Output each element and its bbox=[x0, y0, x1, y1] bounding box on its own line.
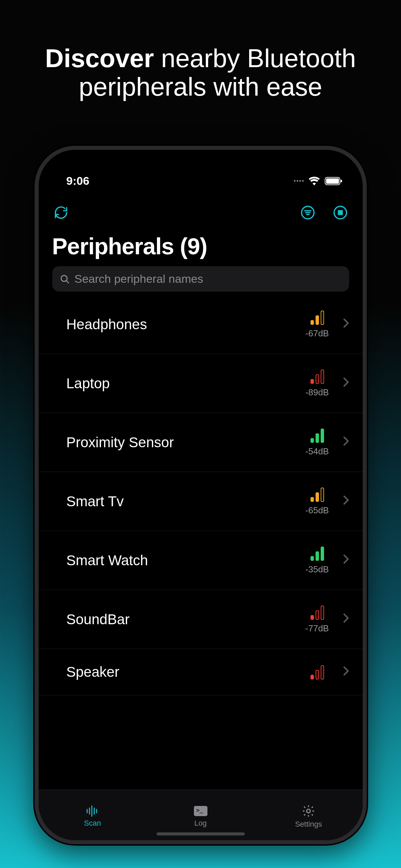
chevron-right-icon bbox=[341, 554, 349, 566]
signal-indicator: -65dB bbox=[300, 487, 334, 516]
home-indicator[interactable] bbox=[157, 832, 245, 835]
peripheral-row[interactable]: Headphones -67dB bbox=[39, 295, 363, 354]
terminal-icon: >_ bbox=[193, 805, 208, 817]
promo-bold: Discover bbox=[45, 44, 154, 73]
screen: 9:06 Peripherals (9) bbox=[39, 150, 363, 840]
peripheral-name: Speaker bbox=[66, 664, 294, 680]
signal-indicator bbox=[300, 665, 334, 679]
peripheral-name: Smart Watch bbox=[66, 552, 294, 569]
scan-icon bbox=[86, 805, 99, 817]
peripheral-name: SoundBar bbox=[66, 611, 294, 628]
phone-frame: 9:06 Peripherals (9) bbox=[35, 146, 367, 844]
status-right bbox=[294, 177, 342, 185]
chevron-right-icon bbox=[341, 495, 349, 507]
chevron-right-icon bbox=[341, 666, 349, 678]
search-input[interactable] bbox=[75, 272, 342, 285]
tab-log-label: Log bbox=[194, 819, 207, 828]
rssi-value: -67dB bbox=[305, 328, 329, 339]
filter-button[interactable] bbox=[299, 204, 317, 221]
peripheral-name: Smart Tv bbox=[66, 493, 294, 510]
status-time: 9:06 bbox=[66, 174, 89, 188]
peripheral-row[interactable]: Smart Tv -65dB bbox=[39, 472, 363, 531]
signal-indicator: -89dB bbox=[300, 369, 334, 398]
svg-rect-1 bbox=[326, 178, 339, 184]
tab-bar: Scan >_ Log Settings bbox=[39, 789, 363, 840]
peripheral-name: Proximity Sensor bbox=[66, 434, 294, 451]
rssi-value: -54dB bbox=[305, 446, 329, 457]
signal-indicator: -35dB bbox=[300, 546, 334, 575]
peripheral-row[interactable]: SoundBar -77dB bbox=[39, 590, 363, 649]
svg-point-18 bbox=[307, 809, 310, 813]
peripheral-name: Laptop bbox=[66, 375, 294, 392]
chevron-right-icon bbox=[341, 613, 349, 625]
rssi-value: -35dB bbox=[305, 564, 329, 575]
signal-indicator: -77dB bbox=[300, 605, 334, 634]
chevron-right-icon bbox=[341, 436, 349, 448]
svg-line-10 bbox=[66, 281, 68, 283]
status-bar: 9:06 bbox=[39, 150, 363, 188]
svg-rect-8 bbox=[338, 211, 342, 215]
title-text: Peripherals bbox=[52, 233, 174, 259]
svg-text:>_: >_ bbox=[196, 807, 203, 813]
tab-settings-label: Settings bbox=[295, 820, 322, 829]
signal-indicator: -54dB bbox=[300, 428, 334, 457]
refresh-button[interactable] bbox=[52, 204, 70, 221]
tab-scan-label: Scan bbox=[84, 819, 101, 828]
refresh-icon bbox=[54, 205, 68, 220]
chevron-right-icon bbox=[341, 318, 349, 330]
tab-settings[interactable]: Settings bbox=[255, 790, 363, 840]
promo-headline: Discover nearby Bluetooth peripherals wi… bbox=[0, 0, 401, 101]
rssi-value: -65dB bbox=[305, 505, 329, 516]
peripheral-name: Headphones bbox=[66, 316, 294, 333]
nav-row bbox=[39, 188, 363, 225]
battery-icon bbox=[325, 177, 342, 185]
rssi-value: -77dB bbox=[305, 623, 329, 634]
chevron-right-icon bbox=[341, 377, 349, 389]
peripheral-list[interactable]: Headphones -67dB Laptop -89dB Proximity … bbox=[39, 295, 363, 840]
cellular-dots-icon bbox=[294, 180, 304, 182]
peripheral-row[interactable]: Proximity Sensor -54dB bbox=[39, 413, 363, 472]
search-icon bbox=[60, 274, 70, 284]
signal-indicator: -67dB bbox=[300, 310, 334, 339]
title-count: 9 bbox=[187, 233, 200, 259]
filter-icon bbox=[300, 205, 315, 220]
tab-scan[interactable]: Scan bbox=[39, 790, 147, 840]
stop-icon bbox=[333, 205, 348, 220]
search-field[interactable] bbox=[52, 266, 349, 292]
peripheral-row[interactable]: Speaker bbox=[39, 649, 363, 695]
page-title: Peripherals (9) bbox=[39, 225, 363, 266]
wifi-icon bbox=[308, 177, 320, 185]
rssi-value: -89dB bbox=[305, 387, 329, 398]
peripheral-row[interactable]: Laptop -89dB bbox=[39, 354, 363, 413]
gear-icon bbox=[302, 804, 315, 818]
svg-rect-2 bbox=[341, 180, 342, 182]
peripheral-row[interactable]: Smart Watch -35dB bbox=[39, 531, 363, 590]
stop-scan-button[interactable] bbox=[332, 204, 349, 221]
